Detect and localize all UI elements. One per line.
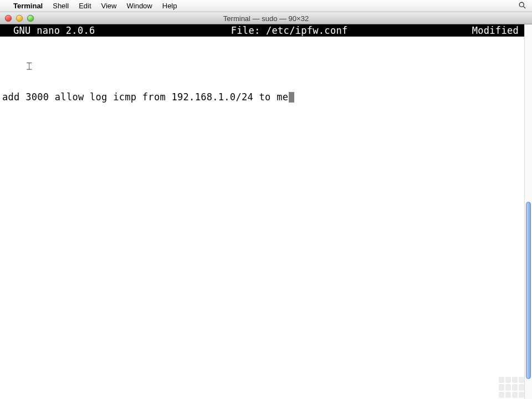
editor-line-1[interactable]: add 3000 allow log icmp from 192.168.1.0…	[0, 91, 532, 103]
editor-line-1-text: add 3000 allow log icmp from 192.168.1.0…	[2, 91, 288, 103]
nano-editor-body[interactable]: add 3000 allow log icmp from 192.168.1.0…	[0, 37, 532, 375]
menu-edit[interactable]: Edit	[79, 2, 91, 10]
terminal-window: GNU nano 2.0.6 File: /etc/ipfw.conf Modi…	[0, 24, 532, 399]
svg-line-1	[523, 6, 525, 8]
mac-menubar: Terminal Shell Edit View Window Help	[0, 0, 532, 12]
menu-shell[interactable]: Shell	[53, 2, 69, 10]
nano-help-footer: ^GGet Help ^OWriteOut ^RRead File ^YPrev…	[0, 375, 532, 399]
menubar-app-name[interactable]: Terminal	[13, 2, 43, 10]
mouse-ibeam-cursor-icon: ⌶	[27, 60, 32, 72]
menu-view[interactable]: View	[101, 2, 117, 10]
menu-window[interactable]: Window	[127, 2, 152, 10]
scrollbar-thumb[interactable]	[526, 202, 531, 379]
nano-file-prefix: File:	[231, 25, 266, 36]
vertical-scrollbar[interactable]	[524, 24, 532, 399]
svg-point-0	[519, 2, 524, 7]
nano-file-path: /etc/ipfw.conf	[266, 25, 348, 36]
menu-help[interactable]: Help	[162, 2, 177, 10]
spotlight-search-icon[interactable]	[518, 1, 526, 11]
text-cursor-block	[289, 92, 294, 103]
nano-modified-status: Modified	[472, 24, 519, 37]
keypad-icon	[499, 377, 524, 398]
nano-header-bar: GNU nano 2.0.6 File: /etc/ipfw.conf Modi…	[0, 24, 532, 37]
terminal-viewport[interactable]: GNU nano 2.0.6 File: /etc/ipfw.conf Modi…	[0, 24, 532, 399]
